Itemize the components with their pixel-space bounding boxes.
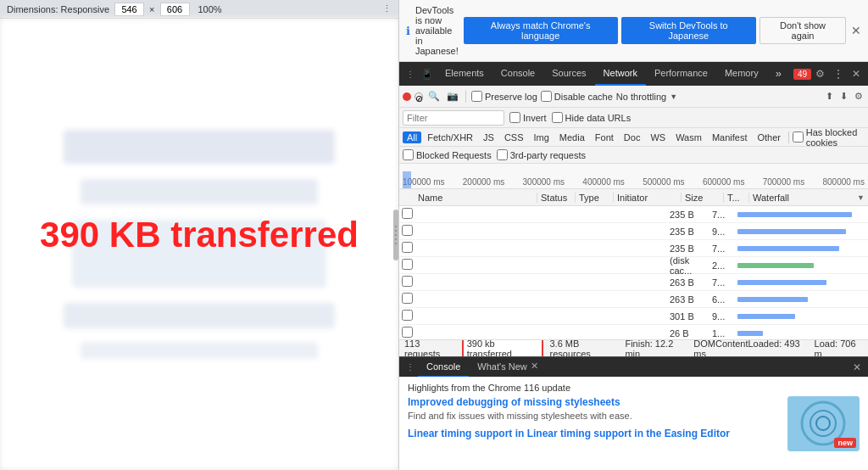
table-row[interactable]: 263 B 7... [399,274,868,291]
tab-elements[interactable]: Elements [437,62,492,86]
row-time: 1... [709,328,734,339]
table-row[interactable]: (disk cac... 2... [399,257,868,274]
row-checkbox[interactable] [402,242,413,253]
th-type[interactable]: Type [576,193,614,203]
more-options-icon[interactable]: ⋮ [829,68,848,80]
kb-transferred: 390 kb transferred [462,339,543,356]
tab-network[interactable]: Network [595,62,646,86]
network-settings-icon[interactable]: ⚙ [853,91,865,102]
close-devtools-icon[interactable]: ✕ [848,68,865,80]
notification-buttons: Always match Chrome's language Switch De… [464,17,846,44]
type-btn-media[interactable]: Media [555,131,589,143]
has-blocked-checkbox[interactable] [793,131,804,143]
hide-data-checkbox[interactable] [552,112,563,123]
invert-check[interactable]: Invert [509,112,547,123]
zoom-label[interactable]: 100% [198,4,222,14]
clear-button[interactable]: ⊘ [415,92,423,101]
type-btn-css[interactable]: CSS [500,131,528,143]
height-input[interactable] [160,3,190,16]
th-waterfall[interactable]: Waterfall ▼ [749,193,868,203]
type-btn-all[interactable]: All [403,131,421,143]
type-btn-font[interactable]: Font [591,131,618,143]
invert-checkbox[interactable] [509,112,520,123]
table-row[interactable]: 235 B 7... [399,206,868,223]
throttling-select[interactable]: No throttling [616,92,666,102]
whats-new-header: Highlights from the Chrome 116 update [408,383,860,393]
tab-console[interactable]: Console [492,62,543,86]
th-time[interactable]: T... [724,193,749,203]
blocked-requests-check[interactable]: Blocked Requests [403,149,492,160]
section-stylesheets-title[interactable]: Improved debugging of missing stylesheet… [408,396,779,408]
type-btn-manifest[interactable]: Manifest [708,131,752,143]
type-btn-js[interactable]: JS [479,131,498,143]
tab-memory[interactable]: Memory [716,62,767,86]
tl-800k: 800000 ms [822,177,864,187]
row-checkbox[interactable] [402,208,413,219]
match-language-button[interactable]: Always match Chrome's language [464,17,618,44]
third-party-check[interactable]: 3rd-party requests [497,149,586,160]
close-console-icon[interactable]: ✕ [849,361,865,373]
th-size[interactable]: Size [682,193,724,203]
tab-more[interactable]: » [767,62,790,86]
row-time: 9... [709,311,734,322]
more-icon[interactable]: ⋮ [382,3,392,14]
preserve-log-check[interactable]: Preserve log [471,91,537,102]
filter-icon[interactable]: 🔍 [426,91,442,102]
table-row[interactable]: 235 B 7... [399,240,868,257]
hide-data-check[interactable]: Hide data URLs [552,112,632,123]
notification-bar: ℹ DevTools is now available in Japanese!… [399,0,868,62]
devtools-responsive-icon[interactable]: 📱 [418,69,437,80]
preserve-log-checkbox[interactable] [471,91,482,102]
type-btn-wasm[interactable]: Wasm [671,131,706,143]
row-checkbox[interactable] [402,276,413,287]
tab-console-bottom[interactable]: Console [418,357,469,378]
row-checkbox[interactable] [402,225,413,236]
table-row[interactable]: 263 B 6... [399,291,868,308]
section-easing-title[interactable]: Linear timing support in Linear timing s… [408,428,779,439]
upload-icon[interactable]: ⬆ [824,91,835,102]
type-btn-img[interactable]: Img [530,131,554,143]
disable-cache-check[interactable]: Disable cache [541,91,613,102]
resize-handle[interactable] [393,210,398,260]
row-waterfall [734,297,868,302]
throttling-arrow[interactable]: ▼ [670,92,677,101]
has-blocked-check[interactable]: Has blocked cookies [793,128,865,147]
notification-close-icon[interactable]: ✕ [851,24,861,37]
console-tab-bar: ⋮ Console What's New ✕ ✕ [399,356,868,377]
tab-sources[interactable]: Sources [543,62,594,86]
third-party-checkbox[interactable] [497,149,508,160]
th-initiator[interactable]: Initiator [614,193,682,203]
browser-panel: Dimensions: Responsive × 100% ⋮ 390 KB t… [0,0,398,470]
th-status[interactable]: Status [537,193,576,203]
filter-input[interactable] [403,110,504,126]
tab-performance[interactable]: Performance [646,62,716,86]
dont-show-button[interactable]: Don't show again [760,17,846,44]
width-input[interactable] [114,3,144,16]
row-checkbox[interactable] [402,327,413,338]
row-checkbox[interactable] [402,293,413,304]
row-size: (disk cac... [666,255,709,276]
type-btn-doc[interactable]: Doc [620,131,645,143]
type-btn-other[interactable]: Other [753,131,785,143]
type-btn-fetch[interactable]: Fetch/XHR [423,131,477,143]
type-btn-ws[interactable]: WS [646,131,670,143]
whats-new-close-icon[interactable]: ✕ [531,361,538,372]
table-row[interactable]: 26 B 1... [399,325,868,339]
load-time: Load: 706 m [815,339,863,356]
settings-icon[interactable]: ⚙ [811,68,829,80]
row-checkbox[interactable] [402,310,413,321]
timeline-labels: 100000 ms 200000 ms 300000 ms 400000 ms … [403,177,865,188]
disable-cache-checkbox[interactable] [541,91,552,102]
tab-whats-new[interactable]: What's New ✕ [469,357,546,378]
table-row[interactable]: 301 B 9... [399,308,868,325]
row-checkbox[interactable] [402,259,413,270]
switch-japanese-button[interactable]: Switch DevTools to Japanese [621,17,757,44]
browser-toolbar: Dimensions: Responsive × 100% ⋮ [0,0,398,19]
record-button[interactable] [403,92,411,101]
th-name[interactable]: Name [415,193,537,203]
blocked-requests-checkbox[interactable] [403,149,414,160]
table-row[interactable]: 235 B 9... [399,223,868,240]
tl-700k: 700000 ms [763,177,804,187]
capture-icon[interactable]: 📷 [445,91,460,102]
download-icon[interactable]: ⬇ [838,91,849,102]
